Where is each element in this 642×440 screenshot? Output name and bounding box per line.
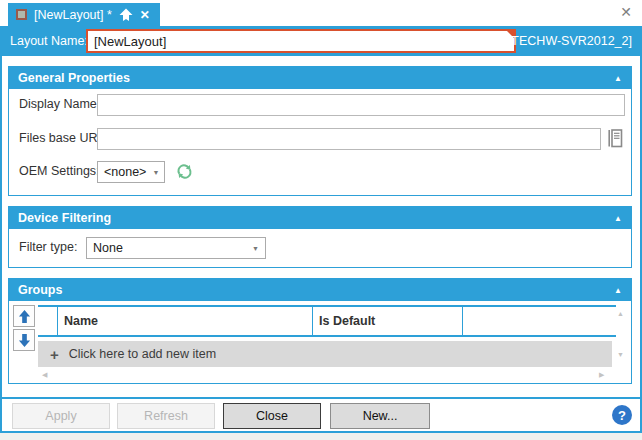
scroll-right-icon[interactable]: ▶ bbox=[599, 371, 604, 378]
help-icon[interactable]: ? bbox=[612, 405, 632, 425]
refresh-icon[interactable] bbox=[175, 162, 193, 180]
scroll-left-icon[interactable]: ◀ bbox=[42, 371, 47, 378]
column-separator bbox=[312, 307, 313, 335]
display-name-label: Display Name: bbox=[19, 97, 100, 111]
tab-close-icon[interactable]: ✕ bbox=[140, 9, 150, 21]
filter-type-label: Filter type: bbox=[19, 240, 77, 254]
close-button[interactable]: Close bbox=[223, 403, 321, 429]
footer-separator bbox=[2, 397, 640, 399]
dropdown-value: None bbox=[93, 241, 123, 255]
browse-list-icon[interactable] bbox=[607, 128, 623, 149]
bottom-strip bbox=[0, 433, 642, 440]
groups-header[interactable]: Groups ▲ bbox=[9, 279, 631, 301]
add-new-item-row[interactable]: + Click here to add new item bbox=[38, 341, 612, 367]
refresh-button[interactable]: Refresh bbox=[117, 403, 215, 429]
layout-editor-pane: Layout Name: [TECHW-SVR2012_2] General P… bbox=[0, 26, 642, 433]
column-separator bbox=[57, 307, 58, 335]
layout-name-bar: Layout Name: [TECHW-SVR2012_2] bbox=[2, 26, 640, 56]
files-base-url-label: Files base URL: bbox=[19, 131, 108, 145]
application-window: [NewLayout] * ✕ ✕ Layout Name: [TECHW-SV… bbox=[0, 0, 642, 440]
promote-arrow-icon[interactable] bbox=[119, 8, 133, 22]
move-down-button[interactable] bbox=[13, 329, 35, 351]
oem-settings-dropdown[interactable]: <none> ▼ bbox=[97, 161, 165, 183]
section-device-filtering: Device Filtering ▲ Filter type: None ▼ bbox=[8, 206, 632, 268]
general-properties-header[interactable]: General Properties ▲ bbox=[9, 67, 631, 89]
move-up-button[interactable] bbox=[13, 305, 35, 327]
apply-button[interactable]: Apply bbox=[12, 403, 110, 429]
section-general-properties: General Properties ▲ Display Name: Files… bbox=[8, 66, 632, 196]
column-header-name[interactable]: Name bbox=[64, 314, 98, 328]
pane-close-icon[interactable]: ✕ bbox=[620, 5, 632, 19]
add-new-item-label: Click here to add new item bbox=[69, 347, 216, 361]
section-title: Groups bbox=[18, 283, 614, 297]
column-separator bbox=[462, 307, 463, 335]
tab-title: [NewLayout] * bbox=[34, 8, 112, 22]
dropdown-value: <none> bbox=[104, 165, 146, 179]
section-title: General Properties bbox=[18, 71, 614, 85]
layout-name-input[interactable] bbox=[86, 29, 516, 53]
layout-name-inputwrap bbox=[86, 29, 516, 53]
oem-settings-label: OEM Settings: bbox=[19, 164, 100, 178]
section-groups: Groups ▲ Name Is Default + Click here to… bbox=[8, 278, 632, 384]
filter-type-dropdown[interactable]: None ▼ bbox=[86, 237, 266, 259]
collapse-icon[interactable]: ▲ bbox=[614, 214, 622, 223]
section-title: Device Filtering bbox=[18, 211, 614, 225]
groups-table-header: Name Is Default bbox=[38, 305, 616, 337]
collapse-icon[interactable]: ▲ bbox=[614, 286, 622, 295]
scroll-up-icon[interactable]: ▲ bbox=[617, 310, 624, 317]
device-filtering-header[interactable]: Device Filtering ▲ bbox=[9, 207, 631, 229]
tab-newlayout[interactable]: [NewLayout] * ✕ bbox=[8, 3, 160, 26]
scroll-down-icon[interactable]: ▼ bbox=[617, 351, 624, 358]
server-name-badge: [TECHW-SVR2012_2] bbox=[508, 34, 632, 48]
collapse-icon[interactable]: ▲ bbox=[614, 74, 622, 83]
plus-icon: + bbox=[50, 347, 59, 362]
new-button[interactable]: New... bbox=[330, 403, 430, 429]
tab-strip: [NewLayout] * ✕ ✕ bbox=[0, 0, 642, 26]
display-name-input[interactable] bbox=[97, 94, 625, 116]
layout-name-label: Layout Name: bbox=[10, 34, 88, 48]
chevron-down-icon: ▼ bbox=[152, 169, 159, 176]
chevron-down-icon: ▼ bbox=[252, 245, 259, 252]
column-header-is-default[interactable]: Is Default bbox=[319, 314, 375, 328]
layout-document-icon bbox=[16, 9, 27, 20]
files-base-url-input[interactable] bbox=[97, 128, 601, 150]
